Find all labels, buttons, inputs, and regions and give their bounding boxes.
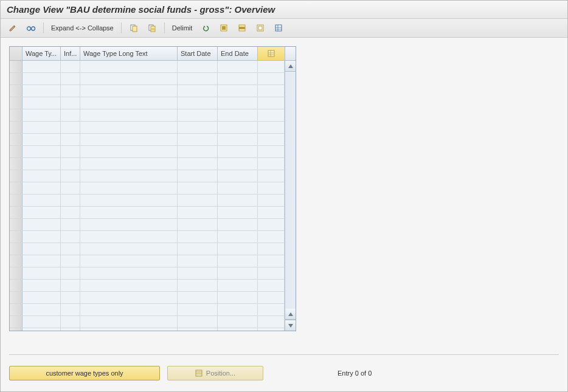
cell-start-date[interactable] bbox=[178, 73, 218, 84]
row-selector[interactable] bbox=[10, 243, 23, 255]
customer-wage-types-button[interactable]: customer wage types only bbox=[9, 366, 160, 380]
cell-end-date[interactable] bbox=[218, 267, 258, 279]
row-selector[interactable] bbox=[10, 207, 23, 218]
row-selector[interactable] bbox=[10, 292, 23, 303]
cell-inf[interactable] bbox=[61, 255, 80, 267]
cell-end-date[interactable] bbox=[218, 194, 258, 206]
cell-end-date[interactable] bbox=[218, 97, 258, 109]
cell-end-date[interactable] bbox=[218, 243, 258, 255]
cell-start-date[interactable] bbox=[178, 292, 218, 303]
cell-inf[interactable] bbox=[61, 134, 80, 145]
cell-wage-type[interactable] bbox=[23, 328, 61, 331]
table-row[interactable] bbox=[10, 292, 285, 304]
column-header[interactable]: Inf... bbox=[61, 47, 80, 60]
scroll-up-button[interactable] bbox=[285, 61, 296, 72]
table-row[interactable] bbox=[10, 231, 285, 243]
table-row[interactable] bbox=[10, 146, 285, 158]
scroll-near-bottom-button[interactable] bbox=[285, 309, 296, 320]
cell-start-date[interactable] bbox=[178, 304, 218, 315]
cell-end-date[interactable] bbox=[218, 122, 258, 133]
cell-start-date[interactable] bbox=[178, 182, 218, 194]
cell-end-date[interactable] bbox=[218, 158, 258, 170]
cell-wage-type-long-text[interactable] bbox=[80, 134, 178, 145]
row-selector[interactable] bbox=[10, 122, 23, 133]
cell-end-date[interactable] bbox=[218, 255, 258, 267]
configure-columns-button[interactable] bbox=[258, 47, 285, 60]
table-row[interactable] bbox=[10, 243, 285, 255]
cell-wage-type-long-text[interactable] bbox=[80, 158, 178, 170]
cell-wage-type-long-text[interactable] bbox=[80, 292, 178, 303]
cell-wage-type-long-text[interactable] bbox=[80, 280, 178, 291]
cell-wage-type-long-text[interactable] bbox=[80, 146, 178, 157]
row-selector[interactable] bbox=[10, 316, 23, 328]
table-row[interactable] bbox=[10, 73, 285, 85]
cell-wage-type[interactable] bbox=[23, 109, 61, 121]
cell-inf[interactable] bbox=[61, 146, 80, 157]
cell-wage-type-long-text[interactable] bbox=[80, 316, 178, 328]
row-selector[interactable] bbox=[10, 267, 23, 279]
cell-wage-type-long-text[interactable] bbox=[80, 170, 178, 182]
cell-inf[interactable] bbox=[61, 109, 80, 121]
cell-inf[interactable] bbox=[61, 292, 80, 303]
cell-wage-type[interactable] bbox=[23, 122, 61, 133]
row-selector[interactable] bbox=[10, 219, 23, 230]
cell-start-date[interactable] bbox=[178, 328, 218, 331]
cell-start-date[interactable] bbox=[178, 231, 218, 242]
cell-wage-type[interactable] bbox=[23, 170, 61, 182]
cell-start-date[interactable] bbox=[178, 243, 218, 255]
delimit-button[interactable]: Delimit bbox=[170, 24, 195, 32]
row-selector[interactable] bbox=[10, 146, 23, 157]
row-selector[interactable] bbox=[10, 73, 23, 84]
cell-wage-type[interactable] bbox=[23, 243, 61, 255]
table-row[interactable] bbox=[10, 134, 285, 146]
cell-inf[interactable] bbox=[61, 304, 80, 315]
cell-wage-type[interactable] bbox=[23, 304, 61, 315]
cell-start-date[interactable] bbox=[178, 122, 218, 133]
cell-wage-type[interactable] bbox=[23, 219, 61, 230]
cell-wage-type-long-text[interactable] bbox=[80, 304, 178, 315]
cell-wage-type-long-text[interactable] bbox=[80, 73, 178, 84]
cell-wage-type-long-text[interactable] bbox=[80, 182, 178, 194]
row-selector-header[interactable] bbox=[10, 47, 23, 60]
row-selector[interactable] bbox=[10, 280, 23, 291]
row-selector[interactable] bbox=[10, 109, 23, 121]
expand-collapse-button[interactable]: Expand <-> Collapse bbox=[49, 24, 116, 32]
cell-start-date[interactable] bbox=[178, 134, 218, 145]
scrollbar-track[interactable] bbox=[285, 72, 296, 309]
cell-inf[interactable] bbox=[61, 97, 80, 109]
cell-wage-type-long-text[interactable] bbox=[80, 61, 178, 72]
row-selector[interactable] bbox=[10, 61, 23, 72]
cell-start-date[interactable] bbox=[178, 85, 218, 97]
row-selector[interactable] bbox=[10, 170, 23, 182]
undo-button[interactable] bbox=[198, 21, 213, 35]
cell-wage-type-long-text[interactable] bbox=[80, 122, 178, 133]
cell-wage-type[interactable] bbox=[23, 231, 61, 242]
cell-wage-type[interactable] bbox=[23, 267, 61, 279]
cell-start-date[interactable] bbox=[178, 255, 218, 267]
cell-end-date[interactable] bbox=[218, 219, 258, 230]
cell-wage-type-long-text[interactable] bbox=[80, 109, 178, 121]
row-selector[interactable] bbox=[10, 328, 23, 331]
cell-start-date[interactable] bbox=[178, 109, 218, 121]
row-selector[interactable] bbox=[10, 134, 23, 145]
scroll-down-button[interactable] bbox=[285, 320, 296, 331]
cell-inf[interactable] bbox=[61, 170, 80, 182]
cell-wage-type-long-text[interactable] bbox=[80, 255, 178, 267]
cell-inf[interactable] bbox=[61, 219, 80, 230]
cell-start-date[interactable] bbox=[178, 158, 218, 170]
cell-start-date[interactable] bbox=[178, 146, 218, 157]
cell-wage-type[interactable] bbox=[23, 97, 61, 109]
cell-wage-type[interactable] bbox=[23, 134, 61, 145]
cell-wage-type[interactable] bbox=[23, 255, 61, 267]
table-row[interactable] bbox=[10, 122, 285, 134]
row-selector[interactable] bbox=[10, 255, 23, 267]
cell-inf[interactable] bbox=[61, 122, 80, 133]
cell-end-date[interactable] bbox=[218, 61, 258, 72]
column-header[interactable]: Start Date bbox=[178, 47, 218, 60]
cell-start-date[interactable] bbox=[178, 280, 218, 291]
cell-inf[interactable] bbox=[61, 73, 80, 84]
select-all-button[interactable] bbox=[216, 21, 231, 35]
column-header[interactable]: End Date bbox=[218, 47, 258, 60]
cell-end-date[interactable] bbox=[218, 280, 258, 291]
cell-wage-type[interactable] bbox=[23, 158, 61, 170]
